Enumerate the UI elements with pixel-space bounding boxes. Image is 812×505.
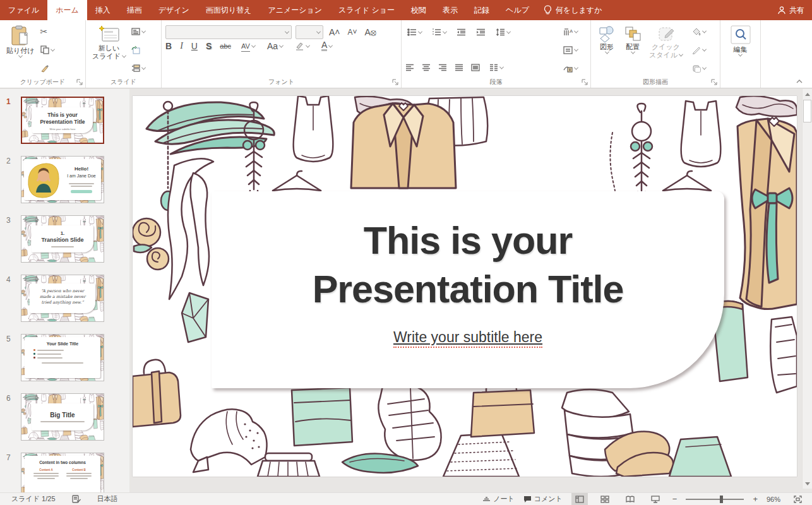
distribute-button[interactable] — [471, 64, 480, 71]
increase-font-button[interactable]: A˄ — [327, 25, 342, 39]
align-text-button[interactable] — [561, 43, 588, 57]
bold-button[interactable]: B — [165, 41, 172, 51]
reading-view-button[interactable] — [622, 493, 638, 505]
bullets-button[interactable] — [405, 25, 424, 39]
justify-button[interactable] — [455, 64, 463, 71]
ribbon-spacer — [761, 20, 812, 88]
tab-0[interactable]: ファイル — [0, 0, 47, 20]
tab-8[interactable]: 校閲 — [403, 0, 434, 20]
slide-canvas[interactable]: This is your Presentation Title Write yo… — [133, 96, 797, 477]
align-text-icon — [563, 46, 573, 54]
fit-to-window-button[interactable] — [789, 493, 806, 505]
scrollbar-thumb[interactable] — [803, 100, 811, 122]
tab-7[interactable]: スライド ショー — [330, 0, 403, 20]
arrange-button[interactable]: 配置 — [620, 23, 645, 77]
slide-thumbnail-6[interactable]: Big Title — [21, 393, 104, 441]
zoom-slider-thumb[interactable] — [720, 496, 723, 503]
font-size-combo[interactable] — [296, 25, 323, 39]
scroll-up-button[interactable] — [803, 89, 812, 99]
highlight-button[interactable] — [293, 39, 311, 53]
comments-button[interactable]: コメント — [523, 494, 563, 504]
convert-smartart-button[interactable] — [561, 61, 588, 75]
line-spacing-button[interactable] — [494, 25, 512, 39]
slide-thumbnail-1[interactable]: This is your Presentation Title Write yo… — [21, 97, 104, 144]
tab-9[interactable]: 表示 — [434, 0, 466, 20]
layout-button[interactable] — [129, 25, 147, 39]
vertical-scrollbar[interactable] — [802, 89, 812, 489]
numbering-button[interactable] — [430, 25, 448, 39]
clear-formatting-button[interactable]: A⦻ — [363, 25, 379, 39]
text-direction-button[interactable]: A — [561, 25, 588, 39]
align-right-button[interactable] — [438, 64, 447, 71]
powerpoint-window: ファイルホーム挿入描画デザイン画面切り替えアニメーションスライド ショー校閲表示… — [0, 0, 812, 505]
align-center-button[interactable] — [422, 64, 431, 71]
slide-thumbnail-7[interactable]: Content in two columns Content A Content… — [21, 453, 104, 492]
notes-button[interactable]: ノート — [482, 494, 515, 504]
font-dialog-launcher[interactable] — [391, 78, 399, 86]
clipboard-dialog-launcher[interactable] — [76, 78, 83, 86]
cut-icon: ✂ — [40, 27, 48, 37]
editing-button[interactable]: 編集 — [726, 23, 755, 77]
tab-6[interactable]: アニメーション — [260, 0, 330, 20]
format-painter-button[interactable] — [39, 61, 56, 75]
slide-thumbnail-5[interactable]: Your Slide Title — [21, 334, 104, 381]
slide-thumbnail-2[interactable]: Hello! I am Jane Doe — [21, 156, 104, 203]
font-name-combo[interactable] — [165, 25, 292, 39]
shapes-button[interactable]: 図形 — [594, 23, 620, 77]
underline-button[interactable]: U — [191, 41, 198, 51]
language-status[interactable]: 日本語 — [97, 494, 118, 504]
shape-effects-button[interactable] — [690, 61, 708, 75]
slide-thumbnail-3[interactable]: 1. Transition Slide — [21, 215, 104, 263]
share-button[interactable]: 共有 — [777, 0, 804, 20]
align-left-button[interactable] — [405, 64, 414, 71]
italic-button[interactable]: I — [180, 41, 183, 51]
group-label-paragraph: 段落 — [402, 77, 590, 86]
copy-button[interactable] — [39, 43, 56, 57]
shape-fill-button[interactable] — [690, 25, 708, 39]
paragraph-dialog-launcher[interactable] — [581, 78, 588, 86]
tab-1[interactable]: ホーム — [47, 0, 87, 20]
shape-outline-button[interactable] — [690, 43, 708, 57]
zoom-in-button[interactable]: + — [753, 494, 758, 504]
columns-button[interactable] — [487, 61, 505, 74]
decrease-font-button[interactable]: A˅ — [346, 25, 359, 39]
find-icon — [730, 25, 751, 45]
increase-indent-button[interactable] — [474, 25, 487, 39]
font-color-button[interactable]: A — [319, 39, 334, 53]
drawing-dialog-launcher[interactable] — [710, 78, 718, 86]
tab-2[interactable]: 挿入 — [87, 0, 119, 20]
change-case-button[interactable]: Aa — [265, 39, 285, 53]
section-button[interactable] — [129, 61, 147, 75]
strikethrough-button[interactable]: abc — [220, 41, 231, 51]
tab-4[interactable]: デザイン — [150, 0, 198, 20]
zoom-level[interactable]: 96% — [767, 496, 780, 503]
slide-sorter-view-button[interactable] — [597, 493, 613, 505]
tab-3[interactable]: 描画 — [119, 0, 150, 20]
slide-counter[interactable]: スライド 1/25 — [11, 494, 56, 504]
thumbnail-row: 31. Transition Slide — [21, 215, 129, 263]
normal-view-button[interactable] — [571, 493, 588, 505]
zoom-out-button[interactable]: − — [672, 494, 678, 504]
new-slide-button[interactable]: 新しい スライド — [88, 23, 129, 77]
slideshow-view-button[interactable] — [647, 493, 664, 505]
tab-5[interactable]: 画面切り替え — [198, 0, 260, 20]
slide-subtitle[interactable]: Write your subtitle here — [393, 329, 542, 348]
spellcheck-icon[interactable] — [72, 495, 81, 503]
text-shadow-button[interactable]: S — [206, 41, 212, 51]
slide-title[interactable]: This is your Presentation Title — [212, 217, 724, 314]
tell-me-box[interactable]: 何をしますか — [537, 0, 608, 20]
tab-11[interactable]: ヘルプ — [498, 0, 537, 20]
increase-font-icon: A˄ — [329, 27, 340, 37]
character-spacing-button[interactable]: AV — [239, 39, 257, 53]
reset-button[interactable] — [129, 43, 147, 57]
quick-styles-button[interactable]: クイック スタイル — [645, 23, 686, 77]
collapse-ribbon-button[interactable] — [796, 79, 803, 84]
zoom-slider[interactable] — [686, 499, 744, 500]
tab-10[interactable]: 記録 — [466, 0, 498, 20]
scroll-down-button[interactable] — [803, 478, 812, 489]
paste-button[interactable]: 貼り付け — [3, 23, 39, 77]
title-card[interactable]: This is your Presentation Title Write yo… — [212, 191, 724, 388]
slide-thumbnail-4[interactable]: “A person who never made a mistake never… — [21, 275, 104, 322]
cut-button[interactable]: ✂ — [39, 25, 56, 39]
decrease-indent-button[interactable] — [455, 25, 468, 39]
